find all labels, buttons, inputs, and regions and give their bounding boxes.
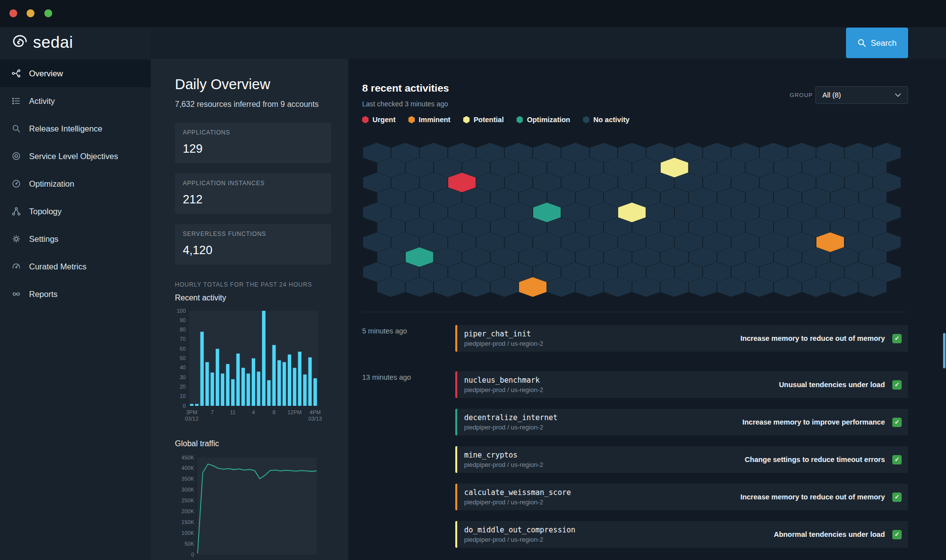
severity-legend: Urgent Imminent Potential Optimization N…: [362, 116, 630, 124]
activity-card[interactable]: nucleus_benchmark piedpiper-prod / us-re…: [455, 371, 908, 398]
done-check-icon[interactable]: [892, 380, 902, 390]
sidebar-item-service-level-objectives[interactable]: Service Level Objectives: [0, 142, 151, 170]
sidebar-item-label: Release Intelligence: [29, 124, 102, 133]
stat-value: 129: [183, 142, 323, 156]
activity-card[interactable]: mine_cryptos piedpiper-prod / us-region-…: [455, 446, 908, 473]
activity-bar: [236, 354, 240, 406]
legend-item-no-activity[interactable]: No activity: [583, 116, 629, 124]
svg-text:7: 7: [211, 409, 214, 415]
recommendation-text: Unusual tendencies under load: [779, 381, 885, 389]
activity-card[interactable]: do_middle_out_compression piedpiper-prod…: [455, 521, 908, 548]
activity-bar: [262, 311, 266, 406]
slo-target-icon: [11, 151, 22, 162]
done-check-icon[interactable]: [892, 530, 902, 539]
sidebar-item-settings[interactable]: Settings: [0, 225, 151, 253]
overview-icon: [11, 68, 22, 79]
activity-bar: [272, 345, 276, 406]
activity-icon: [11, 96, 22, 106]
activity-card[interactable]: calculate_weissman_score piedpiper-prod …: [455, 484, 908, 510]
sidebar-nav: Overview Activity Release Intelligence S…: [0, 60, 151, 308]
legend-label: Urgent: [372, 116, 396, 124]
recommendation-text: Increase memory to improve performance: [743, 418, 885, 426]
stat-label: SERVERLESS FUNCTIONS: [183, 231, 323, 237]
sidebar-item-label: Service Level Objectives: [29, 152, 118, 161]
svg-text:300K: 300K: [181, 487, 194, 493]
done-check-icon[interactable]: [892, 493, 902, 502]
svg-text:150K: 150K: [181, 519, 194, 525]
sidebar-item-optimization[interactable]: Optimization: [0, 170, 151, 198]
svg-text:400K: 400K: [181, 465, 194, 471]
svg-text:10: 10: [180, 393, 186, 399]
svg-text:03/12: 03/12: [185, 416, 199, 422]
legend-item-imminent[interactable]: Imminent: [408, 116, 450, 124]
activity-timestamp: 13 minutes ago: [362, 373, 411, 381]
minimize-window-button[interactable]: [27, 9, 34, 17]
scrollbar-thumb[interactable]: [943, 333, 946, 368]
activity-bar: [257, 372, 260, 406]
optimization-hex-icon: [516, 116, 523, 124]
activity-card[interactable]: decentralize_internet piedpiper-prod / u…: [455, 409, 908, 435]
sidebar-item-activity[interactable]: Activity: [0, 87, 151, 115]
svg-text:03/13: 03/13: [308, 416, 322, 422]
close-window-button[interactable]: [9, 9, 17, 17]
legend-item-potential[interactable]: Potential: [463, 116, 504, 124]
svg-text:350K: 350K: [181, 476, 194, 482]
daily-overview-panel: Daily Overview 7,632 resources inferred …: [151, 59, 348, 560]
sidebar: sedai Overview Activity Release Intellig…: [0, 27, 151, 560]
svg-text:50K: 50K: [184, 541, 194, 547]
search-button[interactable]: Search: [846, 28, 908, 58]
svg-text:60: 60: [180, 346, 186, 352]
legend-item-urgent[interactable]: Urgent: [362, 116, 396, 124]
function-name: do_middle_out_compression: [464, 526, 774, 534]
sedai-logo-icon: [10, 33, 29, 52]
function-name: calculate_weissman_score: [464, 488, 741, 497]
activity-bar: [283, 362, 286, 406]
sidebar-item-reports[interactable]: Reports: [0, 280, 151, 308]
activity-bar: [205, 362, 209, 406]
sidebar-item-overview[interactable]: Overview: [0, 60, 151, 87]
svg-text:250K: 250K: [181, 497, 194, 503]
sidebar-item-curated-metrics[interactable]: Curated Metrics: [0, 253, 151, 280]
svg-text:20: 20: [180, 384, 186, 390]
activity-bar: [201, 332, 204, 406]
activity-timestamp: 5 minutes ago: [362, 327, 407, 335]
recommendation-text: Increase memory to reduce out of memory: [741, 493, 885, 501]
recommendation-text: Change settings to reduce timeout errors: [745, 456, 885, 463]
activity-bar: [298, 352, 302, 406]
activity-bar: [293, 368, 296, 406]
imminent-hex-icon: [408, 116, 415, 124]
activity-bar: [308, 358, 312, 406]
legend-item-optimization[interactable]: Optimization: [516, 116, 570, 124]
activity-bar: [288, 355, 291, 406]
group-dropdown-value: All (8): [822, 91, 841, 99]
svg-text:11: 11: [230, 409, 236, 415]
app-window: sedai Overview Activity Release Intellig…: [0, 0, 946, 560]
zoom-window-button[interactable]: [44, 9, 52, 17]
group-label: GROUP: [765, 92, 813, 98]
activity-bar: [252, 359, 255, 406]
main-content: 8 recent activities Last checked 3 minut…: [348, 59, 946, 560]
svg-text:200K: 200K: [181, 508, 194, 514]
sidebar-item-topology[interactable]: Topology: [0, 198, 151, 225]
activity-bar: [195, 404, 199, 406]
activity-card[interactable]: piper_chat_init piedpiper-prod / us-regi…: [455, 325, 908, 352]
done-check-icon[interactable]: [892, 455, 902, 464]
activity-bar: [241, 368, 245, 406]
done-check-icon[interactable]: [892, 334, 902, 343]
potential-hex-icon: [463, 116, 470, 124]
activity-bar: [221, 373, 224, 406]
group-dropdown[interactable]: All (8): [815, 86, 908, 104]
svg-text:30: 30: [180, 374, 186, 380]
done-check-icon[interactable]: [892, 418, 902, 427]
svg-text:0: 0: [183, 403, 186, 409]
sidebar-item-label: Settings: [29, 234, 59, 244]
sidebar-item-release-intelligence[interactable]: Release Intelligence: [0, 115, 151, 142]
function-scope: piedpiper-prod / us-region-2: [464, 424, 743, 431]
recent-activities-title: 8 recent activities: [362, 82, 449, 94]
hex-grid[interactable]: [363, 142, 909, 300]
function-scope: piedpiper-prod / us-region-2: [464, 498, 741, 506]
logo[interactable]: sedai: [10, 33, 73, 52]
global-traffic-chart-title: Global traffic: [175, 439, 219, 448]
function-scope: piedpiper-prod / us-region-2: [464, 386, 779, 394]
svg-text:40: 40: [180, 364, 186, 370]
